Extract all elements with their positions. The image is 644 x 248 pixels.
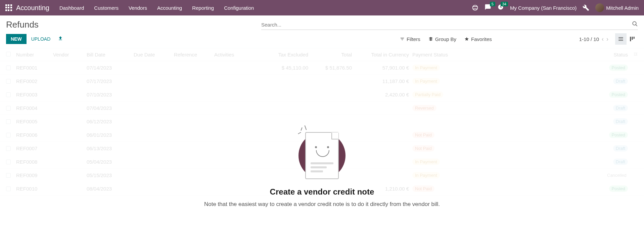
- col-reference[interactable]: Reference: [174, 52, 214, 57]
- column-settings-icon[interactable]: [628, 52, 638, 57]
- debug-icon[interactable]: [583, 4, 589, 11]
- table-row[interactable]: REF0001 07/14/2023 $ 45,110.00 $ 51,876.…: [0, 61, 644, 75]
- cell-number: REF0009: [16, 172, 53, 178]
- pager-prev-icon[interactable]: ‹: [602, 36, 604, 43]
- svg-point-0: [472, 5, 477, 10]
- col-payment-status[interactable]: Payment Status: [412, 52, 449, 57]
- table-row[interactable]: REF0002 07/17/2023 11,187.00 € In Paymen…: [0, 75, 644, 88]
- kanban-view-icon[interactable]: [627, 33, 638, 45]
- col-due-date[interactable]: Due Date: [134, 52, 174, 57]
- row-checkbox[interactable]: [6, 173, 11, 178]
- upload-icon[interactable]: [58, 36, 63, 42]
- cell-bill-date: 07/04/2023: [87, 105, 134, 111]
- activities-icon[interactable]: 34: [497, 4, 504, 12]
- cell-number: REF0004: [16, 105, 53, 111]
- user-menu[interactable]: Mitchell Admin: [595, 3, 639, 12]
- cell-number: REF0008: [16, 159, 53, 165]
- cell-total: $ 51,876.50: [308, 65, 352, 71]
- search-icon[interactable]: [632, 21, 638, 28]
- messages-icon[interactable]: 5: [485, 4, 491, 12]
- row-checkbox[interactable]: [6, 106, 11, 111]
- list-view-icon[interactable]: [615, 33, 627, 45]
- row-checkbox[interactable]: [6, 187, 11, 191]
- pager-next-icon[interactable]: ›: [606, 36, 608, 43]
- filters-button[interactable]: Filters: [400, 36, 420, 42]
- nav-item-configuration[interactable]: Configuration: [224, 5, 254, 11]
- cell-number: REF0002: [16, 78, 53, 84]
- cell-bill-date: 06/01/2023: [87, 132, 134, 138]
- cell-bill-date: 08/04/2023: [87, 186, 134, 192]
- col-tax-excluded[interactable]: Tax Excluded: [258, 52, 308, 57]
- cell-total-currency: 57,901.00 €: [352, 65, 412, 71]
- messages-badge: 5: [490, 2, 495, 6]
- select-all-checkbox[interactable]: [6, 52, 11, 56]
- nav-item-vendors[interactable]: Vendors: [129, 5, 147, 11]
- cell-status: Draft: [604, 145, 628, 152]
- cell-number: REF0006: [16, 132, 53, 138]
- cell-bill-date: 07/17/2023: [87, 78, 134, 84]
- cell-number: REF0003: [16, 92, 53, 97]
- table-row[interactable]: REF0003 07/10/2023 2,420.00 € Partially …: [0, 88, 644, 101]
- nav-item-reporting[interactable]: Reporting: [192, 5, 214, 11]
- col-activities[interactable]: Activities: [214, 52, 258, 57]
- upload-button[interactable]: UPLOAD: [27, 34, 55, 44]
- cell-bill-date: 05/15/2023: [87, 172, 134, 178]
- cell-total-currency: 11,187.00 €: [352, 78, 412, 84]
- nav-item-dashboard[interactable]: Dashboard: [59, 5, 84, 11]
- col-number[interactable]: Number: [16, 52, 53, 57]
- row-checkbox[interactable]: [6, 146, 11, 151]
- new-button[interactable]: NEW: [6, 34, 27, 44]
- col-bill-date[interactable]: Bill Date: [87, 52, 134, 57]
- col-total-currency[interactable]: Total in Currency: [352, 52, 412, 57]
- search-input[interactable]: [261, 22, 632, 28]
- cell-status: Draft: [604, 159, 628, 165]
- row-checkbox[interactable]: [6, 79, 11, 84]
- cell-number: REF0001: [16, 65, 53, 71]
- cell-status: Posted: [604, 91, 628, 98]
- svg-rect-5: [634, 37, 635, 39]
- svg-rect-3: [630, 37, 631, 41]
- row-checkbox[interactable]: [6, 66, 11, 70]
- cell-bill-date: 06/13/2023: [87, 146, 134, 151]
- row-checkbox[interactable]: [6, 133, 11, 137]
- table-row[interactable]: REF0004 07/04/2023 Reversed Draft: [0, 101, 644, 115]
- nav-item-accounting[interactable]: Accounting: [157, 5, 182, 11]
- col-vendor[interactable]: Vendor: [53, 52, 87, 57]
- activities-badge: 34: [501, 2, 508, 6]
- row-checkbox[interactable]: [6, 92, 11, 97]
- cell-number: REF0010: [16, 186, 53, 192]
- cell-bill-date: 07/14/2023: [87, 65, 134, 71]
- cell-payment-status: In Payment: [412, 65, 449, 71]
- support-icon[interactable]: [472, 4, 478, 11]
- groupby-button[interactable]: Group By: [428, 36, 456, 42]
- empty-state-title: Create a vendor credit note: [194, 187, 450, 197]
- cell-status: Draft: [604, 78, 628, 84]
- cell-number: REF0007: [16, 146, 53, 151]
- svg-point-2: [633, 22, 636, 25]
- cell-status: Cancelled: [604, 172, 628, 178]
- cell-payment-status: Reversed: [412, 105, 449, 111]
- nav-item-customers[interactable]: Customers: [94, 5, 119, 11]
- user-name: Mitchell Admin: [606, 5, 639, 11]
- cell-bill-date: 05/04/2023: [87, 159, 134, 165]
- page-title: Refunds: [6, 19, 261, 30]
- cell-number: REF0005: [16, 119, 53, 124]
- svg-rect-4: [632, 37, 633, 40]
- row-checkbox[interactable]: [6, 160, 11, 164]
- cell-tax-excluded: $ 45,110.00: [258, 65, 308, 71]
- col-status[interactable]: Status: [604, 52, 628, 57]
- app-name[interactable]: Accounting: [16, 4, 49, 12]
- cell-status: Draft: [604, 105, 628, 111]
- empty-state-icon: [298, 125, 346, 182]
- cell-total-currency: 2,420.00 €: [352, 92, 412, 97]
- col-total[interactable]: Total: [308, 52, 352, 57]
- favorites-button[interactable]: Favorites: [464, 36, 492, 42]
- pager-text[interactable]: 1-10 / 10: [579, 36, 599, 42]
- apps-icon[interactable]: [5, 4, 12, 11]
- avatar: [595, 3, 604, 12]
- cell-status: Posted: [604, 185, 628, 192]
- cell-bill-date: 07/10/2023: [87, 92, 134, 97]
- cell-status: Draft: [604, 118, 628, 125]
- company-selector[interactable]: My Company (San Francisco): [510, 5, 577, 11]
- row-checkbox[interactable]: [6, 119, 11, 124]
